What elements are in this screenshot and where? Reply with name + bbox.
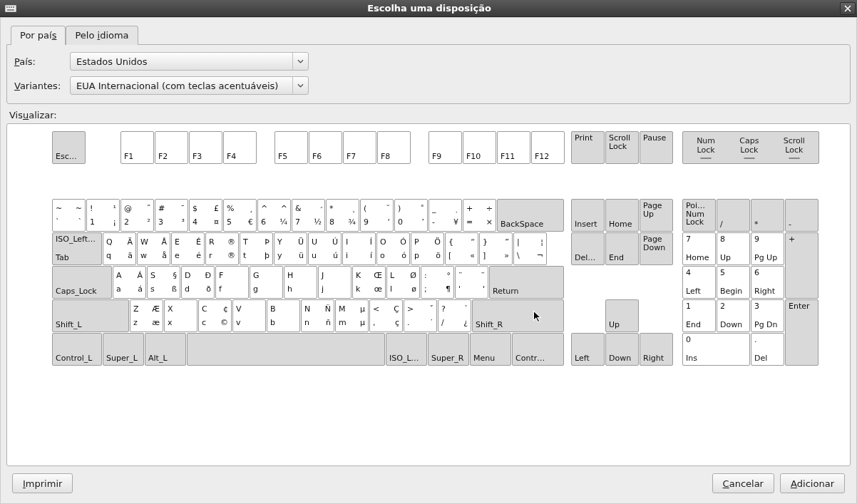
key-f6[interactable]: F6: [309, 131, 342, 164]
key-arrow-down[interactable]: Down: [605, 333, 639, 366]
key-row4-4[interactable]: Bb: [267, 299, 300, 332]
key-row2-3[interactable]: R®r®: [205, 232, 239, 265]
key-shift-left[interactable]: Shift_L: [52, 299, 129, 332]
key-numpad-4[interactable]: 4Left: [682, 266, 716, 299]
key-f11[interactable]: F11: [497, 131, 530, 164]
key-row3-8[interactable]: LØlø: [386, 266, 420, 299]
key-numpad-9[interactable]: 9Pg Up: [751, 232, 784, 265]
key-row4-2[interactable]: C¢c©: [198, 299, 232, 332]
key-row4-7[interactable]: <Ç,ç: [369, 299, 403, 332]
key-row1-7[interactable]: &̛7½: [292, 199, 325, 232]
key-row3-9[interactable]: :°;¶: [421, 266, 454, 299]
key-super-left[interactable]: Super_L: [103, 333, 144, 366]
key-row2-5[interactable]: YÜyü: [274, 232, 307, 265]
key-print[interactable]: Print: [571, 131, 605, 164]
key-row3-4[interactable]: Gg: [250, 266, 283, 299]
key-insert[interactable]: Insert: [571, 199, 605, 232]
key-numpad-multiply[interactable]: *: [751, 199, 784, 232]
key-backspace[interactable]: BackSpace: [497, 199, 564, 232]
key-row1-12[interactable]: +÷=×: [463, 199, 496, 232]
key-control-right[interactable]: Contr…: [512, 333, 564, 366]
key-row4-6[interactable]: Mµmµ: [335, 299, 369, 332]
key-pause[interactable]: Pause: [640, 131, 673, 164]
key-row4-8[interactable]: >ˇ.˙: [404, 299, 437, 332]
key-home[interactable]: Home: [605, 199, 639, 232]
key-row4-5[interactable]: NÑnñ: [301, 299, 334, 332]
key-row1-1[interactable]: !¹1¡: [86, 199, 120, 232]
key-f2[interactable]: F2: [155, 131, 188, 164]
key-row1-11[interactable]: _̣-¥: [428, 199, 462, 232]
key-numpad-subtract[interactable]: -: [785, 199, 818, 232]
key-row4-3[interactable]: Vv: [232, 299, 266, 332]
key-row3-1[interactable]: S§sß: [147, 266, 180, 299]
key-numpad-8[interactable]: 8Up: [717, 232, 750, 265]
key-row1-0[interactable]: ~~``: [52, 199, 86, 232]
key-end[interactable]: End: [605, 232, 639, 265]
key-row1-5[interactable]: %¸5€: [223, 199, 257, 232]
key-alt-left[interactable]: Alt_L: [145, 333, 186, 366]
print-button[interactable]: Imprimir: [12, 473, 73, 493]
key-row2-9[interactable]: PÖpö: [411, 232, 444, 265]
key-return[interactable]: Return: [489, 266, 564, 299]
key-f10[interactable]: F10: [463, 131, 496, 164]
key-row1-8[interactable]: *˛8¾: [326, 199, 359, 232]
key-scrlk[interactable]: Scroll Lock: [605, 131, 639, 164]
key-escape[interactable]: Esc…: [52, 131, 86, 164]
key-row1-10[interactable]: )̊0’: [394, 199, 428, 232]
key-numlock[interactable]: Poi… Num Lock: [682, 199, 716, 232]
key-row3-10[interactable]: ¨¨'': [455, 266, 488, 299]
key-row2-4[interactable]: TÞtþ: [240, 232, 273, 265]
key-row1-3[interactable]: #¯3³: [155, 199, 188, 232]
key-numpad-enter[interactable]: Enter: [785, 299, 818, 366]
key-numpad-3[interactable]: 3Pg Dn: [751, 299, 784, 332]
key-menu[interactable]: Menu: [470, 333, 511, 366]
key-delete[interactable]: Del…: [571, 232, 605, 265]
key-arrow-right[interactable]: Right: [640, 333, 673, 366]
key-row4-9[interactable]: ?̉/¿: [438, 299, 471, 332]
key-row2-12[interactable]: |¦\¬: [513, 232, 547, 265]
key-row2-1[interactable]: WÅwå: [137, 232, 170, 265]
key-numpad-divide[interactable]: /: [717, 199, 750, 232]
key-f1[interactable]: F1: [120, 131, 154, 164]
variant-combo[interactable]: EUA Internacional (com teclas acentuávei…: [70, 76, 309, 95]
country-combo[interactable]: Estados Unidos: [70, 52, 309, 71]
key-tab[interactable]: ISO_Left…Tab: [52, 232, 102, 265]
key-row3-6[interactable]: Jj: [318, 266, 351, 299]
key-row3-5[interactable]: Hh: [284, 266, 317, 299]
key-page-down[interactable]: Page Down: [640, 232, 673, 265]
key-row2-7[interactable]: IÍií: [342, 232, 376, 265]
key-row3-7[interactable]: KŒkœ: [352, 266, 386, 299]
key-arrow-left[interactable]: Left: [571, 333, 605, 366]
combo-arrow[interactable]: [292, 77, 308, 94]
key-numpad-add[interactable]: +: [785, 232, 818, 299]
key-row3-3[interactable]: Ff: [215, 266, 249, 299]
key-row2-6[interactable]: UÚuú: [308, 232, 342, 265]
key-row2-2[interactable]: EÉeé: [171, 232, 205, 265]
key-row1-2[interactable]: @˝2²: [120, 199, 154, 232]
key-row1-6[interactable]: ^^6¼: [257, 199, 291, 232]
key-shift-right[interactable]: Shift_R: [472, 299, 564, 332]
key-row4-1[interactable]: Xx: [164, 299, 197, 332]
key-control-left[interactable]: Control_L: [52, 333, 102, 366]
key-f7[interactable]: F7: [343, 131, 376, 164]
key-f4[interactable]: F4: [223, 131, 257, 164]
key-f3[interactable]: F3: [189, 131, 222, 164]
key-space[interactable]: [187, 333, 385, 366]
key-altgr[interactable]: ISO_L…: [386, 333, 427, 366]
key-numpad-7[interactable]: 7Home: [682, 232, 716, 265]
key-numpad-1[interactable]: 1End: [682, 299, 716, 332]
key-row2-0[interactable]: QÄqä: [103, 232, 136, 265]
key-row2-11[interactable]: }”]»: [479, 232, 513, 265]
key-row4-0[interactable]: ZÆzæ: [130, 299, 163, 332]
key-page-up[interactable]: Page Up: [640, 199, 673, 232]
key-numpad-6[interactable]: 6Right: [751, 266, 784, 299]
tab-by-language[interactable]: Pelo idioma: [66, 26, 138, 45]
key-numpad-5[interactable]: 5Begin: [717, 266, 750, 299]
key-row2-10[interactable]: {“[«: [445, 232, 478, 265]
close-button[interactable]: [840, 2, 856, 15]
key-numpad-0[interactable]: 0Ins: [682, 333, 750, 366]
key-numpad-decimal[interactable]: .Del: [751, 333, 784, 366]
add-button[interactable]: Adicionar: [780, 473, 845, 493]
key-row1-4[interactable]: $£4¤: [189, 199, 222, 232]
key-numpad-2[interactable]: 2Down: [717, 299, 750, 332]
